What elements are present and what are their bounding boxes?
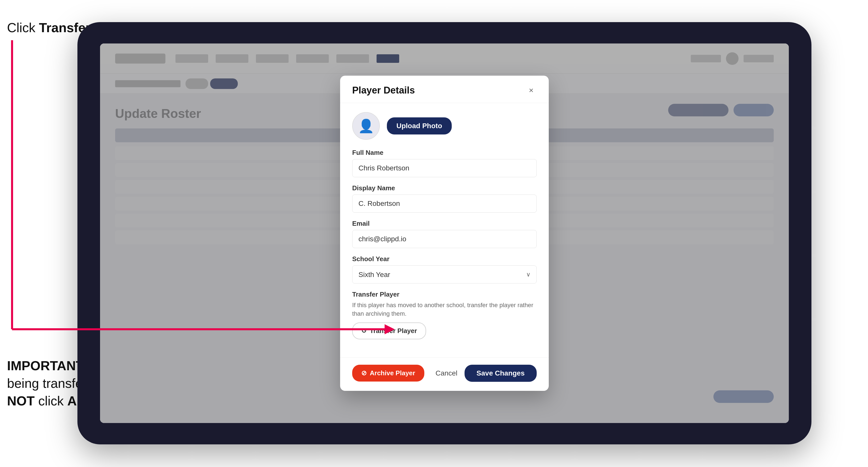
footer-right-actions: Cancel Save Changes	[435, 365, 537, 382]
modal-overlay: Player Details × 👤 Upload Photo Full Nam	[100, 43, 789, 423]
modal-title: Player Details	[352, 85, 415, 96]
school-year-select[interactable]: Sixth Year First Year Second Year Third …	[352, 266, 537, 283]
modal-footer: ⊘ Archive Player Cancel Save Changes	[340, 357, 549, 391]
full-name-label: Full Name	[352, 149, 537, 157]
display-name-input[interactable]	[352, 194, 537, 213]
tablet-screen: Update Roster Player Details	[100, 43, 789, 423]
school-year-label: School Year	[352, 255, 537, 263]
email-input[interactable]	[352, 230, 537, 248]
email-group: Email	[352, 220, 537, 248]
archive-button-label: Archive Player	[370, 369, 415, 377]
full-name-input[interactable]	[352, 159, 537, 177]
save-changes-button[interactable]: Save Changes	[465, 365, 537, 382]
full-name-group: Full Name	[352, 149, 537, 177]
school-year-select-wrapper: Sixth Year First Year Second Year Third …	[352, 266, 537, 283]
instruction-prefix: Click	[7, 20, 39, 35]
transfer-section-description: If this player has moved to another scho…	[352, 301, 537, 318]
display-name-group: Display Name	[352, 184, 537, 213]
transfer-section-label: Transfer Player	[352, 290, 537, 298]
important-label: IMPORTANT	[7, 359, 84, 373]
modal-header: Player Details ×	[340, 76, 549, 103]
transfer-button-label: Transfer Player	[370, 327, 417, 335]
archive-player-button[interactable]: ⊘ Archive Player	[352, 365, 424, 381]
upload-photo-button[interactable]: Upload Photo	[387, 117, 452, 134]
school-year-group: School Year Sixth Year First Year Second…	[352, 255, 537, 283]
modal-close-button[interactable]: ×	[526, 85, 537, 96]
avatar-circle: 👤	[352, 112, 380, 140]
transfer-icon: ↺	[361, 327, 367, 335]
transfer-player-section: Transfer Player If this player has moved…	[352, 290, 537, 339]
not-label: NOT	[7, 394, 35, 408]
avatar-section: 👤 Upload Photo	[352, 112, 537, 140]
transfer-player-button[interactable]: ↺ Transfer Player	[352, 322, 426, 339]
avatar-icon: 👤	[358, 118, 374, 134]
modal-body: 👤 Upload Photo Full Name Display Name	[340, 103, 549, 357]
cancel-button[interactable]: Cancel	[435, 369, 457, 377]
email-label: Email	[352, 220, 537, 227]
tablet-shell: Update Roster Player Details	[78, 22, 811, 444]
display-name-label: Display Name	[352, 184, 537, 192]
archive-icon: ⊘	[361, 369, 367, 377]
player-details-modal: Player Details × 👤 Upload Photo Full Nam	[340, 76, 549, 391]
